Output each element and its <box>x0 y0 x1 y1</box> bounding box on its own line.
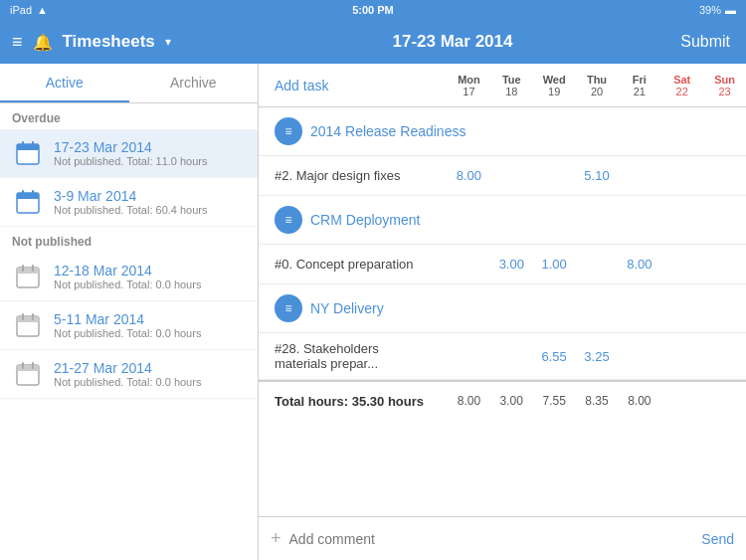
total-cell-3: 8.35 <box>576 386 619 416</box>
item-title-ts2: 3-9 Mar 2014 <box>54 188 208 204</box>
day-col-fri: Fri 21 <box>618 74 660 97</box>
hour-cell-2-1-2[interactable]: 1.00 <box>533 249 576 280</box>
hour-cell-1-1-5[interactable] <box>660 160 703 191</box>
item-text-ts2: 3-9 Mar 2014 Not published. Total: 60.4 … <box>54 188 208 216</box>
total-label: Total hours: 35.30 hours <box>259 386 448 417</box>
item-text-ts3: 12-18 Mar 2014 Not published. Total: 0.0… <box>54 263 201 290</box>
total-cell-5 <box>660 386 703 416</box>
section-not-published: Not published <box>0 227 258 253</box>
hour-cell-1-1-1[interactable] <box>490 160 533 191</box>
hour-cell-3-1-1[interactable] <box>490 341 533 372</box>
day-col-sun: Sun 23 <box>703 74 746 97</box>
item-title-ts1: 17-23 Mar 2014 <box>54 139 208 155</box>
item-title-ts4: 5-11 Mar 2014 <box>54 311 201 327</box>
hour-cell-3-1-6[interactable] <box>703 341 746 372</box>
project-name-3: NY Delivery <box>310 300 384 316</box>
calendar-icon-ts1 <box>12 137 44 169</box>
calendar-icon-ts3 <box>12 261 44 292</box>
calendar-icon-ts4 <box>12 309 44 341</box>
hour-cell-2-1-1[interactable]: 3.00 <box>490 249 533 280</box>
send-button[interactable]: Send <box>701 531 734 547</box>
hour-cell-1-1-4[interactable] <box>618 160 660 191</box>
item-title-ts5: 21-27 Mar 2014 <box>54 360 201 376</box>
battery-icon: ▬ <box>725 4 736 16</box>
content-area: Add task Mon 17 Tue 18 Wed 19 Thu 20 <box>259 64 746 560</box>
hour-cell-3-1-2[interactable]: 6.55 <box>533 341 576 372</box>
project-row-3: ≡ NY Delivery <box>259 284 746 333</box>
hour-cell-1-1-0[interactable]: 8.00 <box>448 160 490 191</box>
total-row: Total hours: 35.30 hours 8.00 3.00 7.55 … <box>259 380 746 420</box>
total-cell-4: 8.00 <box>618 386 660 416</box>
hour-cell-1-1-6[interactable] <box>703 160 746 191</box>
task-row-1-1: #2. Major design fixes 8.00 5.10 <box>259 156 746 196</box>
main-layout: Active Archive Overdue 17-23 <box>0 64 746 560</box>
total-cell-0: 8.00 <box>448 386 490 416</box>
add-task-button[interactable]: Add task <box>259 78 448 93</box>
item-text-ts1: 17-23 Mar 2014 Not published. Total: 11.… <box>54 139 208 167</box>
hour-cell-1-1-2[interactable] <box>533 160 576 191</box>
timesheet-item-ts3[interactable]: 12-18 Mar 2014 Not published. Total: 0.0… <box>0 253 258 301</box>
header-center: 17-23 Mar 2014 <box>259 32 647 52</box>
task-row-2-1: #0. Concept preparation 3.00 1.00 8.00 <box>259 245 746 284</box>
task-hours-3-1: 6.55 3.25 <box>448 341 746 372</box>
project-name-2: CRM Deployment <box>310 212 420 228</box>
tabs: Active Archive <box>0 64 258 103</box>
item-text-ts5: 21-27 Mar 2014 Not published. Total: 0.0… <box>54 360 201 388</box>
task-hours-2-1: 3.00 1.00 8.00 <box>448 249 746 280</box>
hour-cell-2-1-6[interactable] <box>703 249 746 280</box>
header-right: Submit <box>647 33 746 51</box>
hour-cell-3-1-4[interactable] <box>618 341 660 372</box>
hour-cell-2-1-4[interactable]: 8.00 <box>618 249 660 280</box>
hour-cell-2-1-5[interactable] <box>660 249 703 280</box>
svg-rect-1 <box>17 144 39 150</box>
comment-bar: + Send <box>259 516 746 560</box>
hour-cell-2-1-3[interactable] <box>576 249 619 280</box>
project-row-2: ≡ CRM Deployment <box>259 196 746 245</box>
hour-cell-3-1-0[interactable] <box>448 341 490 372</box>
timesheet-item-ts4[interactable]: 5-11 Mar 2014 Not published. Total: 0.0 … <box>0 301 258 350</box>
timesheet-item-ts1[interactable]: 17-23 Mar 2014 Not published. Total: 11.… <box>0 129 258 178</box>
hour-cell-3-1-5[interactable] <box>660 341 703 372</box>
svg-rect-9 <box>17 268 39 274</box>
svg-rect-13 <box>17 316 39 322</box>
task-name-2-1: #0. Concept preparation <box>259 249 448 280</box>
day-columns: Mon 17 Tue 18 Wed 19 Thu 20 Fri 21 <box>448 74 746 97</box>
item-subtitle-ts4: Not published. Total: 0.0 hours <box>54 327 201 339</box>
carrier-label: iPad <box>10 4 32 16</box>
notification-icon[interactable]: 🔔 <box>33 33 53 52</box>
chevron-down-icon[interactable]: ▾ <box>165 35 171 49</box>
task-name-3-1: #28. Stakeholders materials prepar... <box>259 333 448 379</box>
hour-cell-1-1-3[interactable]: 5.10 <box>576 160 619 191</box>
day-col-mon: Mon 17 <box>448 74 490 97</box>
item-subtitle-ts3: Not published. Total: 0.0 hours <box>54 279 201 290</box>
calendar-icon-ts2 <box>12 186 44 218</box>
item-title-ts3: 12-18 Mar 2014 <box>54 263 201 279</box>
project-icon-3: ≡ <box>275 294 302 322</box>
status-left: iPad ▲ <box>10 4 48 16</box>
section-overdue: Overdue <box>0 103 258 129</box>
day-col-wed: Wed 19 <box>533 74 576 97</box>
sidebar: Active Archive Overdue 17-23 <box>0 64 259 560</box>
status-bar: iPad ▲ 5:00 PM 39% ▬ <box>0 0 746 20</box>
hour-cell-3-1-3[interactable]: 3.25 <box>576 341 619 372</box>
task-row-3-1: #28. Stakeholders materials prepar... 6.… <box>259 333 746 380</box>
header: ≡ 🔔 Timesheets ▾ 17-23 Mar 2014 Submit <box>0 20 746 64</box>
tab-archive[interactable]: Archive <box>129 64 259 102</box>
day-col-sat: Sat 22 <box>660 74 703 97</box>
calendar-icon-ts5 <box>12 358 44 390</box>
date-range: 17-23 Mar 2014 <box>393 32 513 52</box>
total-hours: 8.00 3.00 7.55 8.35 8.00 <box>448 386 746 416</box>
item-text-ts4: 5-11 Mar 2014 Not published. Total: 0.0 … <box>54 311 201 339</box>
timesheet-item-ts2[interactable]: 3-9 Mar 2014 Not published. Total: 60.4 … <box>0 178 258 227</box>
svg-rect-17 <box>17 365 39 371</box>
menu-icon[interactable]: ≡ <box>12 32 23 53</box>
timesheet-item-ts5[interactable]: 21-27 Mar 2014 Not published. Total: 0.0… <box>0 350 258 399</box>
timesheet-column-header: Add task Mon 17 Tue 18 Wed 19 Thu 20 <box>259 64 746 107</box>
hour-cell-2-1-0[interactable] <box>448 249 490 280</box>
table-area: ≡ 2014 Release Readiness #2. Major desig… <box>259 107 746 516</box>
plus-icon[interactable]: + <box>271 528 281 549</box>
submit-button[interactable]: Submit <box>680 33 730 51</box>
comment-input[interactable] <box>289 531 694 547</box>
tab-active[interactable]: Active <box>0 64 129 102</box>
total-cell-6 <box>703 386 746 416</box>
